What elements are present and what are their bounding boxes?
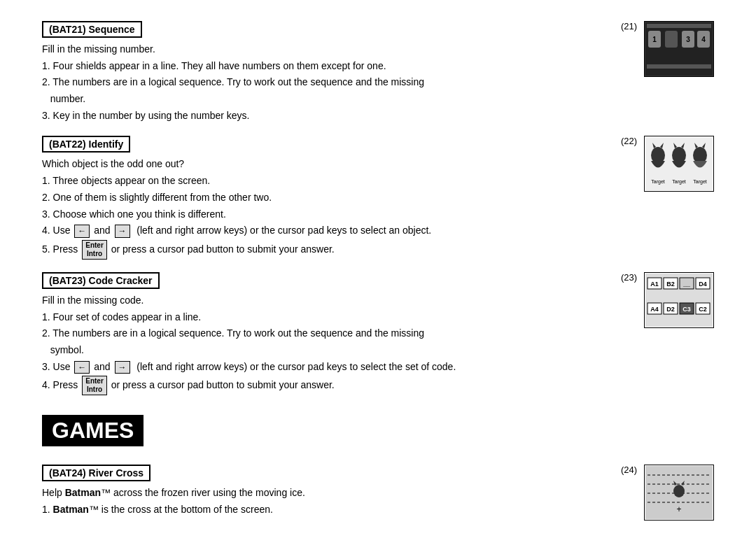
svg-text:+: + xyxy=(676,504,681,514)
left-arrow-icon: ← xyxy=(74,225,90,237)
svg-text:Target: Target xyxy=(651,179,665,185)
svg-text:A4: A4 xyxy=(650,306,659,313)
bat21-image: 1 3 4 xyxy=(644,21,714,79)
bat21-number: (21) xyxy=(621,21,637,31)
svg-rect-2 xyxy=(647,24,711,28)
right-arrow-icon: → xyxy=(115,225,130,237)
svg-text:A1: A1 xyxy=(650,281,659,288)
enter-icon2: EnterIntro xyxy=(82,376,107,395)
svg-point-49 xyxy=(673,485,685,497)
bat24-header: (BAT24) River Cross xyxy=(42,465,150,481)
svg-text:1: 1 xyxy=(652,36,657,43)
left-arrow-icon2: ← xyxy=(74,361,90,374)
svg-text:__: __ xyxy=(682,281,691,288)
bat23-content: Fill in the missing code. 1. Four set of… xyxy=(42,293,616,395)
page-number: 13 xyxy=(709,542,721,545)
svg-text:C2: C2 xyxy=(699,306,707,313)
games-header: GAMES xyxy=(42,415,144,446)
svg-text:B2: B2 xyxy=(666,281,675,288)
bat23-section: (23) A1 B2 __ D4 A4 D2 C3 C2 (BAT23) Cod… xyxy=(42,272,714,395)
svg-rect-10 xyxy=(647,64,711,69)
bat24-image: + xyxy=(644,465,714,523)
bat22-section: (22) Target Target Target xyxy=(42,136,714,259)
bat22-content: Which object is the odd one out? 1. Thre… xyxy=(42,157,616,259)
enter-icon: EnterIntro xyxy=(82,240,107,260)
bat22-image: Target Target Target xyxy=(644,136,714,194)
bat24-content: Help Batman™ across the frozen river usi… xyxy=(42,486,616,517)
svg-text:Target: Target xyxy=(672,179,686,185)
svg-text:3: 3 xyxy=(686,36,690,43)
svg-rect-5 xyxy=(665,31,678,48)
svg-text:Target: Target xyxy=(693,179,707,185)
bat21-content: Fill in the missing number. 1. Four shie… xyxy=(42,42,616,123)
svg-text:C3: C3 xyxy=(682,306,691,313)
svg-text:4: 4 xyxy=(701,36,706,43)
svg-text:D2: D2 xyxy=(666,306,675,313)
bat24-number: (24) xyxy=(621,465,637,475)
bat21-section: (21) 1 3 4 (BAT21) Sequence Fill in the … xyxy=(42,21,714,123)
bat23-header: (BAT23) Code Cracker xyxy=(42,272,160,289)
right-arrow-icon2: → xyxy=(115,361,130,374)
bat22-number: (22) xyxy=(621,136,637,146)
bat21-header: (BAT21) Sequence xyxy=(42,21,142,38)
svg-text:D4: D4 xyxy=(699,281,707,288)
bat23-number: (23) xyxy=(621,272,637,283)
bat22-header: (BAT22) Identify xyxy=(42,136,130,153)
bat24-section: (24) + (BAT24) River Cross Help Batman™ … xyxy=(42,465,714,535)
bat23-image: A1 B2 __ D4 A4 D2 C3 C2 xyxy=(644,272,714,330)
